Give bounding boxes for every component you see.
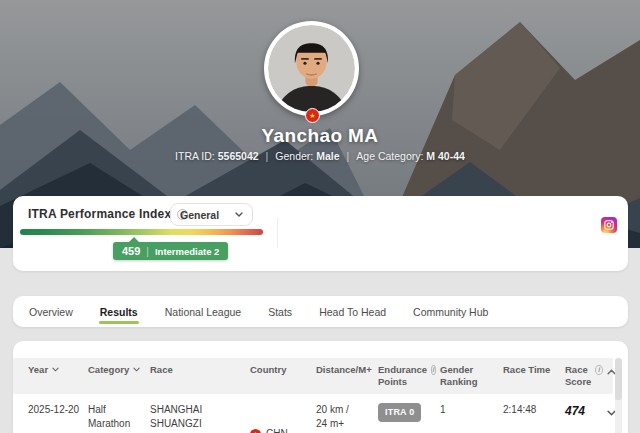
- tab-results[interactable]: Results: [99, 296, 139, 327]
- table-row[interactable]: 2025-12-20 Half Marathon SHANGHAI SHUANG…: [13, 394, 613, 433]
- instagram-icon[interactable]: [601, 217, 617, 233]
- performance-level: Intermediate 2: [155, 246, 219, 257]
- table-header-row: Year Category Race Country Distance/M+ E…: [13, 358, 613, 394]
- itra-points-badge: ITRA 0: [378, 403, 421, 422]
- scrollbar-thumb[interactable]: [615, 358, 622, 400]
- race-name-line1: SHANGHAI SHUANGZI: [150, 404, 202, 430]
- cell-distance: 20 km / 24 m+: [316, 394, 378, 433]
- page-title-athlete-name: Yanchao MA: [0, 125, 640, 147]
- tab-stats[interactable]: Stats: [267, 296, 293, 327]
- athlete-meta-line: ITRA ID: 5565042|Gender: Male|Age Catego…: [0, 150, 640, 162]
- cell-gender-ranking: 1: [440, 394, 503, 433]
- cell-year: 2025-12-20: [28, 394, 88, 433]
- country-code: CHN: [266, 427, 288, 433]
- dropdown-selected-value: General: [180, 209, 219, 221]
- age-category-label: Age Category:: [356, 150, 423, 162]
- cell-race-time: 2:14:48: [503, 394, 565, 433]
- performance-score: 459: [122, 245, 140, 257]
- tab-head-to-head[interactable]: Head To Head: [318, 296, 387, 327]
- results-table-card: Year Category Race Country Distance/M+ E…: [13, 341, 628, 433]
- china-flag-icon: ★: [250, 429, 261, 433]
- header-endurance-points: EndurancePoints i: [378, 358, 440, 394]
- performance-index-title: ITRA Performance Index i: [28, 207, 188, 221]
- tab-community-hub[interactable]: Community Hub: [412, 296, 489, 327]
- gender-value: Male: [316, 150, 339, 162]
- header-category-sort[interactable]: Category: [88, 358, 150, 394]
- avatar-country-flag-china: ★: [305, 108, 320, 123]
- gender-label: Gender:: [275, 150, 313, 162]
- header-year-sort[interactable]: Year: [28, 358, 88, 394]
- cell-race: SHANGHAI SHUANGZI MOUNTAIN - SZ20 NATION…: [150, 394, 250, 433]
- vertical-divider: [277, 218, 278, 248]
- header-gender-ranking: GenderRanking: [440, 358, 503, 394]
- header-country: Country: [250, 358, 316, 394]
- profile-avatar: [264, 21, 359, 116]
- cell-country: ★ CHN: [250, 394, 316, 433]
- header-race-time: Race Time: [503, 358, 565, 394]
- itra-id-label: ITRA ID:: [175, 150, 215, 162]
- profile-tab-bar: Overview Results National League Stats H…: [13, 296, 628, 327]
- info-icon[interactable]: i: [431, 365, 436, 375]
- header-distance: Distance/M+: [316, 358, 378, 394]
- sort-chevron-icon: [52, 367, 59, 372]
- table-scrollbar[interactable]: [615, 358, 622, 433]
- index-type-dropdown[interactable]: General: [170, 203, 253, 226]
- cell-category: Half Marathon: [88, 394, 150, 433]
- performance-gradient-bar: [20, 229, 263, 235]
- header-race-score: RaceScore i: [565, 358, 607, 394]
- tab-national-league[interactable]: National League: [164, 296, 242, 327]
- cell-endurance-points: ITRA 0: [378, 394, 440, 433]
- tab-overview[interactable]: Overview: [28, 296, 74, 327]
- header-race: Race: [150, 358, 250, 394]
- performance-score-badge: 459 | Intermediate 2: [113, 242, 228, 260]
- sort-chevron-icon: [133, 367, 140, 372]
- itra-id-value: 5565042: [218, 150, 259, 162]
- cell-race-score: 474: [565, 394, 607, 433]
- performance-index-card: ITRA Performance Index i General 459 | I…: [13, 196, 628, 271]
- info-icon[interactable]: i: [595, 365, 603, 375]
- chevron-down-icon: [235, 212, 243, 217]
- age-category-value: M 40-44: [426, 150, 465, 162]
